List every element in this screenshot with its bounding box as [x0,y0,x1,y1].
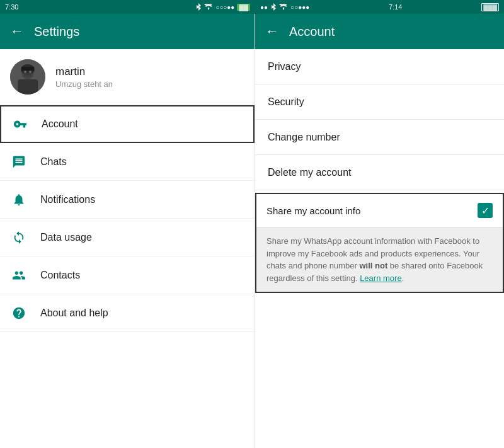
profile-info: martin Umzug steht an [55,66,113,89]
signal-dots: ○○○●● [215,4,234,11]
settings-title: Settings [34,25,79,39]
right-menu-item-delete-account[interactable]: Delete my account [255,155,504,190]
share-box-body: Share my WhatsApp account information wi… [256,227,503,292]
account-title: Account [289,25,335,39]
menu-label-contacts: Contacts [40,270,80,281]
status-bars: 7:30 ○○○●● ▓▓ ●● ○○●●● 7:14 ▓▓▓ [0,0,504,14]
right-menu-list: Privacy Security Change number Delete my… [255,49,504,448]
right-panel: ← Account Privacy Security Change number… [255,14,504,448]
profile-section[interactable]: martin Umzug steht an [0,49,255,105]
avatar [10,59,45,95]
share-bold-not: not [375,261,387,270]
left-panel: ← Settings martin Um [0,14,255,448]
people-icon [10,267,28,284]
app-container: ← Settings martin Um [0,14,504,448]
account-back-button[interactable]: ← [265,23,279,40]
sync-icon [10,229,28,246]
right-status-bar: ●● ○○●●● 7:14 ▓▓▓ [255,0,504,14]
svg-rect-2 [18,79,38,95]
profile-status: Umzug steht an [55,79,113,89]
security-label: Security [268,96,304,108]
right-time: 7:14 [389,3,402,11]
learn-more-link[interactable]: Learn more [360,273,401,283]
settings-back-button[interactable]: ← [10,23,24,40]
svg-point-6 [24,71,26,73]
share-checkbox[interactable]: ✓ [478,203,493,218]
battery-icon: ▓▓ [237,4,250,11]
menu-label-chats: Chats [40,156,67,168]
share-text-4: . [402,273,404,283]
right-menu-item-privacy[interactable]: Privacy [255,49,504,84]
chat-icon [10,153,28,171]
menu-item-account[interactable]: Account [0,105,255,143]
wifi-icon [204,4,213,10]
battery-icon-r: ▓▓▓ [481,3,499,11]
left-header: ← Settings [0,14,255,49]
menu-item-chats[interactable]: Chats [0,143,255,181]
svg-point-7 [29,71,32,73]
profile-name: martin [55,66,113,78]
share-bold-will: will [359,261,372,270]
share-box-description: Share my WhatsApp account information wi… [266,235,493,284]
bell-icon [10,191,28,209]
svg-rect-4 [21,67,34,71]
delete-account-label: Delete my account [268,167,352,178]
share-account-box: Share my account info ✓ Share my WhatsAp… [255,193,504,293]
right-header: ← Account [255,14,504,49]
right-status-icons: ●● ○○●●● [260,3,309,11]
svg-rect-5 [24,73,32,76]
left-status-icons: ○○○●● ▓▓ [195,3,250,11]
menu-label-account: Account [42,118,78,130]
left-time: 7:30 [5,3,18,11]
menu-label-about-help: About and help [40,307,108,319]
left-menu-list: Account Chats Notifications [0,105,255,448]
menu-item-about-help[interactable]: About and help [0,294,255,332]
bluetooth-icon [195,3,202,11]
avatar-image [10,59,45,95]
menu-item-notifications[interactable]: Notifications [0,181,255,219]
menu-item-data-usage[interactable]: Data usage [0,219,255,256]
key-icon [11,115,29,133]
share-box-label: Share my account info [266,205,360,216]
right-menu-item-change-number[interactable]: Change number [255,120,504,155]
right-menu-item-security[interactable]: Security [255,84,504,120]
menu-label-data-usage: Data usage [40,232,92,243]
menu-label-notifications: Notifications [40,194,95,205]
privacy-label: Privacy [268,61,301,72]
change-number-label: Change number [268,132,340,143]
left-status-bar: 7:30 ○○○●● ▓▓ [0,0,255,14]
help-icon [10,304,28,322]
wifi-icon-r [279,4,288,10]
bluetooth-icon-r [270,3,277,11]
share-box-header[interactable]: Share my account info ✓ [256,194,503,227]
menu-item-contacts[interactable]: Contacts [0,256,255,294]
